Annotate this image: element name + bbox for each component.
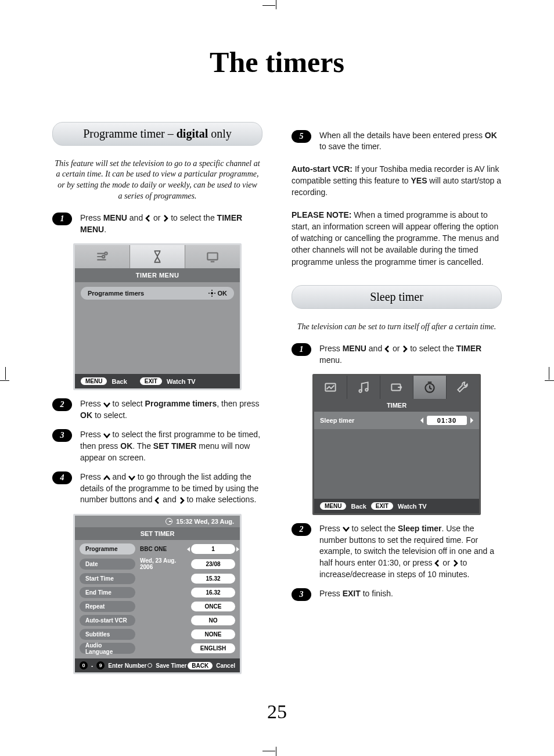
osd-sleep-tab-picture bbox=[314, 376, 347, 399]
set-timer-row-mid: BBC ONE bbox=[140, 546, 186, 552]
osd-sleep-tab-timer-active bbox=[413, 376, 446, 399]
foot-enter-number: Enter Number bbox=[108, 663, 146, 669]
exit-key-icon: EXIT bbox=[371, 502, 393, 510]
menu-key-icon: MENU bbox=[81, 377, 107, 385]
step-2-text: Press to select Programme timers, then p… bbox=[80, 398, 262, 421]
step-4: 4 Press and to go through the list addin… bbox=[52, 471, 262, 506]
digit-zero-icon: 0 bbox=[80, 661, 88, 669]
set-timer-row-value: ONCE bbox=[191, 602, 235, 611]
set-timer-row-value: ENGLISH bbox=[191, 643, 235, 653]
osd-tab-3 bbox=[185, 245, 240, 268]
set-timer-row-mid: Wed, 23 Aug. 2006 bbox=[140, 557, 186, 570]
osd-sleep-tab-setup bbox=[446, 376, 479, 399]
right-column: 5 When all the details have been entered… bbox=[292, 122, 502, 678]
svg-point-0 bbox=[105, 253, 107, 255]
osd-sleep-back-label: Back bbox=[351, 503, 366, 510]
digit-nine-icon: 9 bbox=[96, 661, 105, 669]
set-timer-row: DateWed, 23 Aug. 200623/08 bbox=[80, 557, 235, 570]
set-timer-row-value: 15.32 bbox=[191, 574, 235, 584]
osd-row-action: OK bbox=[208, 290, 227, 297]
card-arrow-icon bbox=[389, 380, 404, 395]
chevron-down-icon bbox=[103, 433, 110, 438]
chevron-up-icon bbox=[103, 475, 110, 481]
nav-dpad-icon bbox=[208, 290, 215, 297]
chevron-down-icon bbox=[343, 526, 350, 532]
clock-icon bbox=[422, 380, 437, 395]
left-column: Programme timer – digital only This feat… bbox=[52, 122, 262, 678]
sleep-step-2: 2 Press to select the Sleep timer. Use t… bbox=[292, 523, 502, 580]
sliders-icon bbox=[95, 249, 110, 264]
tv-icon bbox=[205, 249, 220, 264]
set-timer-row: ProgrammeBBC ONE1 bbox=[80, 543, 235, 555]
osd-back-label: Back bbox=[111, 378, 127, 385]
set-timer-row-label: Date bbox=[80, 559, 135, 570]
osd-heading: TIMER MENU bbox=[75, 268, 240, 282]
chevron-left-icon bbox=[154, 497, 160, 504]
osd-set-timer: 15:32 Wed, 23 Aug. SET TIMER ProgrammeBB… bbox=[73, 514, 242, 674]
svg-point-5 bbox=[359, 390, 361, 392]
arrow-left-icon bbox=[420, 417, 423, 423]
step-1: 1 Press MENU and or to select the TIMER … bbox=[52, 213, 262, 235]
set-timer-row-label: Subtitles bbox=[80, 629, 135, 640]
svg-point-1 bbox=[102, 255, 105, 258]
set-timer-row-value: NONE bbox=[191, 629, 235, 639]
osd-sleep-tab-sound bbox=[347, 376, 380, 399]
step-badge-1: 1 bbox=[52, 213, 72, 225]
osd-sleep-row-label: Sleep timer bbox=[320, 417, 354, 424]
hourglass-icon bbox=[150, 249, 165, 264]
step-5: 5 When all the details have been entered… bbox=[292, 130, 502, 153]
sleep-step-badge-1: 1 bbox=[292, 343, 311, 356]
sleep-step-3-text: Press EXIT to finish. bbox=[319, 588, 393, 601]
sleep-step-2-text: Press to select the Sleep timer. Use the… bbox=[319, 523, 502, 580]
osd-sleep-timer: TIMER Sleep timer 01:30 MENU Back EXIT W… bbox=[312, 374, 481, 515]
exit-key-icon: EXIT bbox=[140, 377, 162, 385]
chevron-left-icon bbox=[434, 560, 440, 567]
chevron-left-icon bbox=[145, 215, 151, 222]
set-timer-row: End Time16.32 bbox=[80, 587, 235, 598]
picture-icon bbox=[323, 380, 338, 395]
section-heading-sleep-timer: Sleep timer bbox=[292, 285, 502, 309]
page-number: 25 bbox=[0, 701, 554, 723]
osd-sleep-heading: TIMER bbox=[314, 399, 479, 412]
crop-mark-top bbox=[267, 0, 285, 14]
osd-row-label: Programme timers bbox=[88, 290, 144, 297]
set-timer-row-label: Audio Language bbox=[80, 643, 135, 654]
foot-cancel: Cancel bbox=[216, 663, 235, 669]
osd-sleep-value: 01:30 bbox=[427, 416, 467, 425]
intro-programme-timer: This feature will set the television to … bbox=[55, 159, 260, 203]
osd-watchtv-label: Watch TV bbox=[167, 378, 196, 385]
step-1-text: Press MENU and or to select the TIMER ME… bbox=[80, 213, 262, 235]
osd-set-timer-heading: SET TIMER bbox=[75, 527, 240, 540]
step-badge-5: 5 bbox=[292, 130, 311, 143]
music-note-icon bbox=[356, 380, 371, 395]
autostart-note: Auto-start VCR: If your Toshiba media re… bbox=[292, 163, 502, 199]
svg-rect-2 bbox=[207, 253, 217, 260]
section-heading-programme-timer: Programme timer – digital only bbox=[52, 122, 262, 146]
osd-clock-text: 15:32 Wed, 23 Aug. bbox=[176, 518, 234, 525]
set-timer-row: Auto-start VCRNO bbox=[80, 615, 235, 626]
set-timer-row-label: Repeat bbox=[80, 601, 135, 612]
pill-suffix: only bbox=[208, 127, 232, 140]
chevron-down-icon bbox=[128, 475, 135, 481]
pill-prefix: Programme timer – bbox=[83, 127, 177, 140]
osd-row-programme-timers: Programme timers OK bbox=[81, 287, 234, 300]
sleep-step-3: 3 Press EXIT to finish. bbox=[292, 588, 502, 601]
intro-sleep-timer: The television can be set to turn itself… bbox=[294, 322, 499, 333]
chevron-right-icon bbox=[179, 497, 185, 504]
step-4-text: Press and to go through the list adding … bbox=[80, 471, 262, 506]
chevron-right-icon bbox=[163, 215, 168, 222]
nav-disc-icon bbox=[148, 663, 152, 668]
osd-timer-menu: TIMER MENU Programme timers OK MENU Back… bbox=[73, 243, 242, 390]
sleep-step-badge-3: 3 bbox=[292, 588, 311, 601]
osd-tab-2-active bbox=[129, 245, 185, 268]
foot-save-timer: Save Timer bbox=[156, 663, 186, 669]
pill-bold: digital bbox=[177, 127, 208, 140]
step-3: 3 Press to select the first programme to… bbox=[52, 429, 262, 463]
step-3-text: Press to select the first programme to b… bbox=[80, 429, 262, 463]
step-5-text: When all the details have been entered p… bbox=[319, 130, 502, 153]
osd-sleep-tab-feature bbox=[380, 376, 413, 399]
sleep-step-1-text: Press MENU and or to select the TIMER me… bbox=[319, 343, 502, 366]
crop-mark-right bbox=[540, 372, 554, 389]
back-key-icon: BACK bbox=[188, 662, 213, 669]
clock-icon bbox=[166, 518, 172, 525]
